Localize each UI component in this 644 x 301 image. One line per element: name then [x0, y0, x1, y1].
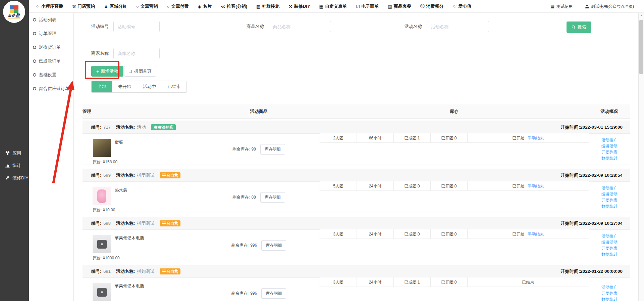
manage-link[interactable]: 活动推广: [601, 234, 618, 239]
logo-mark-icon: [10, 5, 18, 13]
sidebar-item[interactable]: 装修DIY: [0, 172, 29, 184]
manual-end-link[interactable]: 手动结束: [528, 232, 544, 236]
filter-input[interactable]: [427, 21, 489, 32]
nav-label: 小程序直播: [41, 3, 63, 9]
app-logo[interactable]: E企盈: [3, 1, 25, 23]
scrollbar-thumb[interactable]: [639, 20, 643, 74]
top-nav-item[interactable]: ○ 文章营销: [136, 3, 158, 9]
start-time: 开始时间:2022-01-22 00:00:00: [560, 268, 623, 274]
top-nav-item[interactable]: ▨ 商品套餐: [388, 3, 411, 9]
submenu-item[interactable]: 已退款订单: [29, 54, 73, 68]
submenu-item[interactable]: 基础设置: [29, 68, 73, 82]
stat-cell: 已成团:0: [393, 229, 430, 239]
logo-text: E企盈: [8, 13, 20, 18]
top-nav-item[interactable]: ⚒ 门店预约: [72, 3, 95, 9]
stock-detail-button[interactable]: 库存明细: [261, 240, 286, 251]
filter-label: 商家名称: [91, 50, 109, 56]
stock-value: 88: [251, 195, 256, 200]
product-name: 蛋糕: [115, 139, 123, 145]
table-header-cell: 管理: [83, 104, 91, 119]
filter-input[interactable]: [269, 21, 331, 32]
top-nav-item[interactable]: ▦ 自定义表单: [319, 3, 347, 9]
nav-label: 消费积分: [426, 3, 444, 9]
stock-detail-button[interactable]: 库存明细: [261, 288, 286, 299]
manual-end-link[interactable]: 手动结束: [528, 136, 544, 140]
manage-link[interactable]: 编辑活动: [601, 144, 618, 149]
activity-row: 热水袋 原价: ¥10.00 剩余库存:88 库存明细 5人团24小时已成团:0…: [83, 182, 630, 213]
table-header-cell: 库存: [320, 104, 589, 119]
status-text: 已开始: [513, 136, 525, 140]
nav-label: 商品套餐: [394, 3, 411, 9]
add-activity-button[interactable]: + 新增活动: [91, 66, 123, 77]
manage-link[interactable]: 开团列表: [601, 291, 618, 296]
manage-link[interactable]: 活动推广: [601, 138, 618, 143]
search-icon: [572, 25, 576, 29]
start-time: 开始时间:2022-03-01 15:29:00: [560, 124, 623, 130]
top-nav-item[interactable]: ♟ 区域分红: [104, 3, 127, 9]
stock-detail-button[interactable]: 库存明细: [260, 144, 285, 155]
name-label: 活动名称:: [116, 172, 135, 178]
top-nav-item[interactable]: ☑ 电子面单: [356, 3, 379, 9]
submenu-item[interactable]: 订单管理: [29, 27, 73, 40]
start-time: 开始时间:2022-02-09 10:27:04: [560, 220, 623, 226]
filter-field: 商品名称: [247, 21, 331, 32]
workspace-switcher[interactable]: ▦ 测试使用: [551, 4, 573, 9]
manage-link[interactable]: 数据统计: [601, 297, 618, 301]
filter-field: 活动编号: [91, 21, 160, 32]
top-nav-item[interactable]: ○ 文章付费: [167, 3, 189, 9]
manage-link[interactable]: 活动推广: [601, 186, 618, 191]
sidebar-item[interactable]: 统计: [0, 159, 29, 172]
top-nav-item[interactable]: ♡ 爱心值: [453, 3, 472, 9]
stock-value: 996: [250, 243, 257, 248]
stock-value: 996: [250, 291, 257, 296]
no-label: 编号:: [91, 268, 101, 274]
status-tab[interactable]: 未开始: [112, 81, 137, 92]
topbar: ♡ 小程序直播 ⚒ 门店预约 ♟ 区域分红 ○ 文章营销 ○ 文章付费: [0, 0, 644, 13]
stock-label: 剩余库存:: [231, 243, 249, 248]
manage-link[interactable]: 开团列表: [601, 150, 618, 155]
status-tab[interactable]: 活动中: [137, 81, 162, 92]
filter-input[interactable]: [113, 48, 160, 59]
sidebar-icon: [5, 163, 10, 168]
search-button[interactable]: 搜索: [567, 22, 591, 33]
top-nav-item[interactable]: ▨ 社群接龙: [256, 3, 279, 9]
status-tab[interactable]: 已结束: [162, 81, 186, 92]
manage-link[interactable]: 编辑活动: [601, 240, 618, 245]
manage-link[interactable]: 开团列表: [601, 198, 618, 203]
scroll-up-icon[interactable]: ▲: [639, 13, 644, 18]
stock-detail-button[interactable]: 库存明细: [260, 192, 285, 203]
manage-link[interactable]: 编辑活动: [601, 192, 618, 197]
stock-label: 剩余库存:: [232, 195, 250, 200]
topbar-right: ▦ 测试使用 测试使用(公众号管理员): [551, 0, 634, 13]
top-nav-item[interactable]: ⚒ 装修DIY: [288, 3, 310, 9]
top-nav: ♡ 小程序直播 ⚒ 门店预约 ♟ 区域分红 ○ 文章营销 ○ 文章付费: [36, 0, 472, 13]
top-nav-item[interactable]: ♡ 小程序直播: [36, 3, 63, 9]
status-tab[interactable]: 全部: [92, 81, 112, 92]
manual-end-link[interactable]: 手动结束: [528, 184, 544, 188]
name-label: 活动名称:: [116, 268, 135, 274]
workspace-label: 测试使用: [556, 4, 573, 9]
nav-label: 社群接龙: [262, 3, 279, 9]
activity-table: 活动商品库存活动概况管理 编号: 717 活动名称: 活动 凌凌漆的店 开始时: [83, 104, 630, 301]
manage-link[interactable]: 数据统计: [601, 156, 618, 161]
filter-input[interactable]: [113, 21, 160, 32]
submenu-item[interactable]: 活动列表: [29, 13, 73, 27]
activity-group: 编号: 698 活动名称: 拼团测试 平台自营 开始时间:2022-02-09 …: [83, 217, 630, 261]
manage-link[interactable]: 数据统计: [601, 204, 618, 209]
manage-link[interactable]: 数据统计: [601, 252, 618, 257]
top-nav-item[interactable]: ≪ 推客(分销): [221, 3, 247, 9]
submenu-item[interactable]: 聚合供应链订单管: [29, 82, 73, 95]
manage-link[interactable]: 开团列表: [601, 246, 618, 251]
nav-label: 文章营销: [141, 3, 158, 9]
top-nav-item[interactable]: Ⓢ 消费积分: [420, 3, 444, 9]
top-nav-item[interactable]: ◈ 名片: [198, 3, 212, 9]
manage-link[interactable]: 活动推广: [601, 285, 618, 290]
group-home-button[interactable]: 拼团首页: [124, 66, 156, 77]
sidebar-item[interactable]: 应用: [0, 147, 29, 159]
submenu-item[interactable]: 退换货订单: [29, 40, 73, 54]
nav-label: 爱心值: [459, 3, 472, 9]
account-menu[interactable]: 测试使用(公众号管理员): [585, 4, 634, 9]
sidebar-label: 装修DIY: [12, 175, 29, 181]
circle-icon: [33, 87, 36, 90]
stat-cell: 24小时: [357, 277, 393, 287]
